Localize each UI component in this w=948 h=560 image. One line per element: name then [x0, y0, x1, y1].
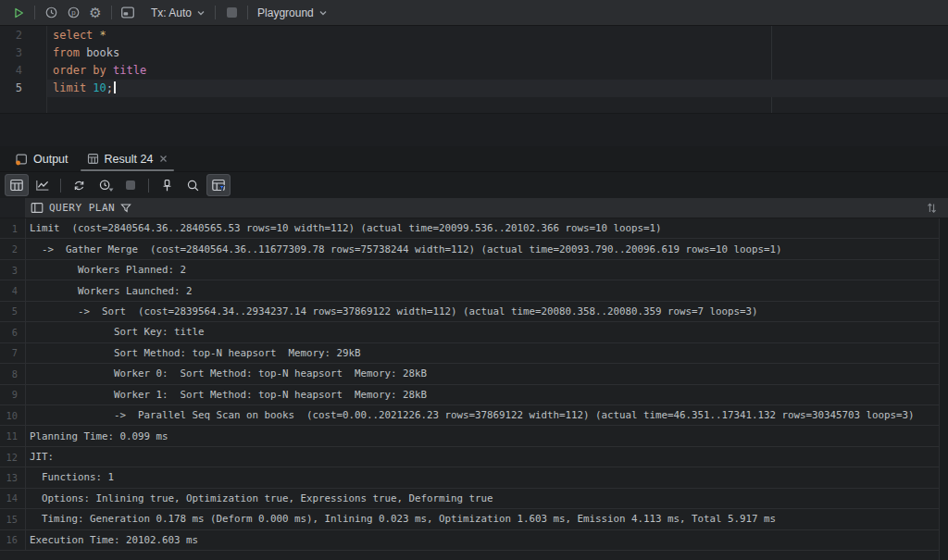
- plan-row[interactable]: 3 Workers Planned: 2: [0, 260, 939, 280]
- code-line[interactable]: from books: [47, 44, 948, 62]
- plan-text: Worker 1: Sort Method: top-N heapsort Me…: [26, 385, 939, 404]
- scheduled-refresh-button[interactable]: [93, 174, 117, 196]
- plan-row[interactable]: 10 -> Parallel Seq Scan on books (cost=0…: [0, 405, 939, 426]
- run-icon: [12, 6, 25, 19]
- run-button[interactable]: [7, 3, 30, 23]
- filter-rows-button[interactable]: [206, 174, 231, 196]
- plan-row[interactable]: 5 -> Sort (cost=2839564.34..2934237.14 r…: [0, 302, 939, 322]
- row-number: 4: [0, 280, 26, 300]
- code-token: books: [80, 46, 119, 59]
- grid-view-button[interactable]: [5, 174, 29, 196]
- plan-text: JIT:: [26, 447, 939, 467]
- find-button[interactable]: [181, 174, 205, 196]
- plan-text: Workers Planned: 2: [26, 260, 939, 280]
- plan-row[interactable]: 11Planning Time: 0.099 ms: [0, 426, 939, 446]
- row-number: 16: [0, 530, 26, 550]
- tx-mode-label: Tx: Auto: [151, 6, 192, 19]
- datagrip-window: p ⚙ Tx: Auto Playground: [0, 0, 948, 560]
- code-token: 10: [93, 81, 106, 94]
- main-toolbar: p ⚙ Tx: Auto Playground: [0, 0, 948, 26]
- editor-panel-spacer: [0, 113, 948, 146]
- result-toolbar: [0, 172, 948, 198]
- plan-row[interactable]: 15 Timing: Generation 0.178 ms (Deform 0…: [0, 509, 939, 529]
- plan-row[interactable]: 16Execution Time: 20102.603 ms: [0, 530, 939, 551]
- code-line[interactable]: limit 10;: [47, 80, 948, 97]
- plan-row[interactable]: 13 Functions: 1: [0, 467, 939, 488]
- code-token: [93, 29, 99, 42]
- plan-row[interactable]: 1Limit (cost=2840564.36..2840565.53 rows…: [0, 218, 939, 239]
- stop-query-button[interactable]: [118, 174, 143, 196]
- plan-text: Execution Time: 20102.603 ms: [26, 530, 939, 550]
- tab-output[interactable]: Output: [6, 146, 78, 171]
- settings-gear-icon: ⚙: [89, 6, 101, 19]
- session-dropdown[interactable]: Playground: [253, 3, 332, 23]
- plan-row[interactable]: 6 Sort Key: title: [0, 322, 939, 342]
- filter-icon[interactable]: [120, 203, 131, 214]
- filter-rows-icon: [211, 178, 226, 193]
- toolbar-separator: [111, 6, 112, 19]
- editor-code[interactable]: select *from booksorder by titlelimit 10…: [47, 27, 948, 97]
- row-number: 5: [0, 302, 26, 321]
- plan-row[interactable]: 9 Worker 1: Sort Method: top-N heapsort …: [0, 385, 939, 405]
- plan-row[interactable]: 14 Options: Inlining true, Optimization …: [0, 489, 939, 509]
- console-icon: [120, 6, 135, 19]
- svg-text:p: p: [71, 8, 76, 17]
- plan-text: -> Parallel Seq Scan on books (cost=0.00…: [26, 405, 939, 425]
- code-token: *: [100, 29, 106, 42]
- plan-text: Sort Method: top-N heapsort Memory: 29kB: [26, 343, 939, 363]
- line-number: 4: [0, 62, 41, 80]
- plan-row[interactable]: 12JIT:: [0, 447, 939, 467]
- row-number: 10: [0, 405, 26, 425]
- plan-row[interactable]: 7 Sort Method: top-N heapsort Memory: 29…: [0, 343, 939, 364]
- tab-result-24[interactable]: Result 24: [78, 146, 178, 171]
- tool-window-tabbar: Output Result 24: [0, 146, 948, 172]
- stop-button[interactable]: [220, 3, 243, 23]
- stop-icon: [227, 7, 237, 18]
- chart-view-button[interactable]: [31, 174, 55, 196]
- row-number: 1: [0, 218, 26, 238]
- chevron-down-icon: [196, 8, 206, 18]
- code-line[interactable]: select *: [47, 27, 948, 44]
- row-number: 14: [0, 489, 26, 508]
- history-icon: [44, 6, 58, 19]
- row-number: 3: [0, 260, 26, 280]
- row-number: 9: [0, 385, 26, 404]
- code-line[interactable]: order by title: [47, 62, 948, 80]
- row-number: 15: [0, 509, 26, 529]
- find-icon: [186, 179, 200, 193]
- execution-plan-button[interactable]: p: [62, 3, 84, 23]
- plan-text: Sort Key: title: [26, 322, 939, 342]
- line-number: 3: [0, 44, 41, 62]
- plan-row[interactable]: 8 Worker 0: Sort Method: top-N heapsort …: [0, 364, 939, 384]
- plan-text: Functions: 1: [26, 467, 939, 487]
- plan-row[interactable]: 4 Workers Launched: 2: [0, 280, 939, 301]
- plan-text: Worker 0: Sort Method: top-N heapsort Me…: [26, 364, 939, 383]
- dropdown-arrow-icon: [108, 188, 114, 193]
- refresh-icon: [72, 179, 86, 193]
- row-number: 12: [0, 447, 26, 467]
- vertical-scrollbar[interactable]: [939, 218, 948, 560]
- tab-label: Output: [33, 153, 69, 166]
- code-token: limit: [53, 81, 86, 94]
- code-token: from: [53, 46, 80, 59]
- pin-tab-button[interactable]: [155, 174, 179, 196]
- plan-row[interactable]: 2 -> Gather Merge (cost=2840564.36..1167…: [0, 239, 939, 259]
- column-header-query-plan[interactable]: QUERY PLAN: [26, 202, 131, 214]
- chevron-down-icon: [318, 8, 328, 18]
- sql-editor[interactable]: 2345 select *from booksorder by titlelim…: [0, 26, 948, 113]
- toolbar-separator: [148, 179, 149, 193]
- history-button[interactable]: [40, 3, 62, 23]
- toolbar-separator: [215, 6, 216, 19]
- code-token: title: [113, 64, 146, 77]
- row-number: 2: [0, 239, 26, 258]
- sort-icon[interactable]: [927, 202, 937, 214]
- table-icon: [87, 153, 99, 165]
- settings-button[interactable]: ⚙: [84, 3, 106, 23]
- refresh-button[interactable]: [67, 174, 91, 196]
- tx-mode-dropdown[interactable]: Tx: Auto: [146, 3, 210, 23]
- chart-view-icon: [35, 178, 50, 193]
- console-button[interactable]: [117, 3, 139, 23]
- line-number: 5: [0, 80, 41, 97]
- close-icon[interactable]: [159, 155, 168, 163]
- plan-text: Workers Launched: 2: [26, 280, 939, 300]
